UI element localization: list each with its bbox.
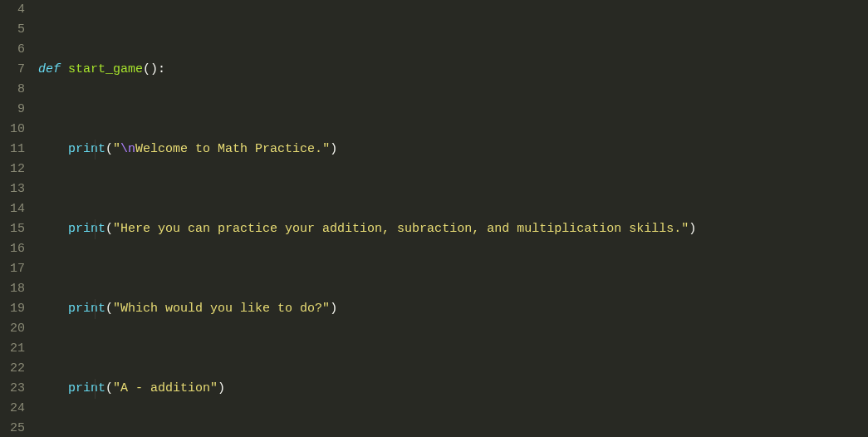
- line-number: 6: [5, 40, 25, 60]
- string-quote: ": [322, 302, 330, 316]
- string-content: A - addition: [120, 381, 210, 395]
- string-quote: ": [113, 302, 120, 316]
- line-number: 8: [5, 80, 25, 100]
- line-number: 11: [5, 140, 25, 160]
- punctuation: (: [105, 302, 113, 316]
- line-number: 16: [5, 239, 25, 259]
- string-content: Welcome to Math Practice.: [135, 142, 322, 156]
- line-number-gutter: 4 5 6 7 8 9 10 11 12 13 14 15 16 17 18 1…: [0, 0, 37, 437]
- line-number: 10: [5, 120, 25, 140]
- code-line[interactable]: print("Which would you like to do?"): [38, 299, 696, 319]
- function-call: print: [68, 381, 105, 395]
- function-call: print: [68, 142, 105, 156]
- punctuation: ): [330, 142, 337, 156]
- line-number: 5: [5, 20, 25, 40]
- line-number: 15: [5, 219, 25, 239]
- line-number: 19: [5, 299, 25, 319]
- line-number: 23: [5, 379, 25, 399]
- line-number: 21: [5, 339, 25, 359]
- line-number: 14: [5, 199, 25, 219]
- code-area[interactable]: def start_game(): print("\nWelcome to Ma…: [37, 0, 696, 437]
- string-quote: ": [681, 222, 689, 236]
- line-number: 4: [5, 0, 25, 20]
- string-content: Here you can practice your addition, sub…: [120, 222, 681, 236]
- punctuation: ): [218, 381, 225, 395]
- punctuation: (: [105, 381, 113, 395]
- line-number: 7: [5, 60, 25, 80]
- function-name: start_game: [68, 62, 143, 76]
- string-quote: ": [210, 381, 218, 395]
- code-line[interactable]: print("A - addition"): [38, 379, 696, 399]
- line-number: 25: [5, 419, 25, 437]
- line-number: 18: [5, 279, 25, 299]
- line-number: 13: [5, 179, 25, 199]
- function-call: print: [68, 302, 105, 316]
- code-line[interactable]: def start_game():: [38, 60, 696, 80]
- punctuation: ): [330, 302, 337, 316]
- line-number: 17: [5, 259, 25, 279]
- string-quote: ": [322, 142, 330, 156]
- line-number: 9: [5, 100, 25, 120]
- string-quote: ": [113, 381, 120, 395]
- line-number: 20: [5, 319, 25, 339]
- line-number: 12: [5, 160, 25, 179]
- function-call: print: [68, 222, 105, 236]
- code-editor[interactable]: 4 5 6 7 8 9 10 11 12 13 14 15 16 17 18 1…: [0, 0, 868, 437]
- string-quote: ": [113, 142, 120, 156]
- line-number: 22: [5, 359, 25, 379]
- escape-sequence: \n: [120, 142, 135, 156]
- punctuation: ():: [143, 62, 165, 76]
- punctuation: ): [689, 222, 696, 236]
- keyword-def: def: [38, 62, 61, 76]
- line-number: 24: [5, 399, 25, 419]
- code-line[interactable]: print("Here you can practice your additi…: [38, 219, 696, 239]
- string-content: Which would you like to do?: [120, 302, 322, 316]
- punctuation: (: [105, 222, 113, 236]
- code-line[interactable]: print("\nWelcome to Math Practice."): [38, 140, 696, 160]
- string-quote: ": [113, 222, 120, 236]
- punctuation: (: [105, 142, 113, 156]
